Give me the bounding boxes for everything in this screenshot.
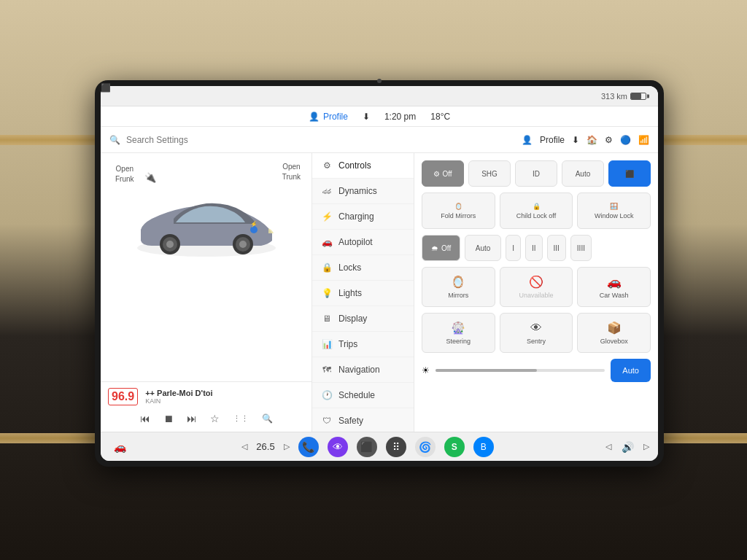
svg-point-3 [166,241,174,248]
fold-mirrors-icon: 🪞 [454,203,462,210]
music-station: 96.9 ++ Parle-Moi D'toi KAIN [108,388,304,405]
id-button[interactable]: ID [515,160,557,187]
controls-label: Controls [338,160,371,171]
wiper-row: 🌧 Off Auto I II III IIII [422,235,651,261]
status-bar: ⬛ 313 km [101,86,658,106]
mirrors-label: Mirrors [448,292,468,299]
open-frunk-label[interactable]: OpenFrunk [115,164,134,184]
temp-right-arrow[interactable]: ▷ [284,442,290,451]
camera-dot [377,79,382,83]
window-lock-button[interactable]: 🪟 Window Lock [577,192,651,229]
menu-item-navigation[interactable]: 🗺 Navigation [312,357,414,383]
sentry-button[interactable]: 👁 Sentry [500,313,573,353]
volume-icon[interactable]: 🔊 [617,437,638,457]
station-info: ++ Parle-Moi D'toi KAIN [145,389,304,405]
fold-mirrors-button[interactable]: 🪞 Fold Mirrors [422,192,495,229]
wiper-speed-4[interactable]: IIII [570,235,592,261]
stop-button[interactable]: ⏹ [162,411,175,426]
wiper-speed-1[interactable]: I [506,235,521,261]
home-icon: 🏠 [587,135,597,145]
frunk-icon: 🔌 [144,172,156,183]
off-label: Off [442,170,452,178]
display-label: Display [338,314,367,324]
profile-item[interactable]: 👤 Profile [309,112,348,122]
auto-brightness-label: Auto [622,366,639,375]
menu-item-display[interactable]: 🖥 Display [312,306,414,332]
brightness-auto-button[interactable]: Auto [611,359,651,382]
sentry-icon: 👁 [530,322,542,335]
music-controls: ⏮ ⏹ ⏭ ☆ ⋮⋮ 🔍 [108,411,304,426]
menu-item-safety[interactable]: 🛡 Safety [312,408,414,432]
wiper-off-button[interactable]: 🌧 Off [422,235,460,261]
menu-item-charging[interactable]: ⚡ Charging [312,204,414,230]
screen-bezel: ⬛ 313 km 👤 Profile ⬇ 1:20 pm [95,80,664,467]
open-trunk-label[interactable]: OpenTrunk [282,162,301,182]
shg-button[interactable]: SHG [468,160,511,187]
temp-value: 26.5 [256,441,274,452]
menu-item-controls[interactable]: ⚙ Controls [312,153,414,179]
search-input[interactable] [126,135,516,145]
temp-left-arrow[interactable]: ◁ [241,442,247,451]
square-icon[interactable]: ⬛ [357,437,377,457]
eye-browser-icon[interactable]: 👁 [328,437,348,457]
wiper-auto-label: Auto [476,244,491,252]
wiper-off-label: Off [441,244,451,252]
person-icon-right: 👤 [522,135,533,145]
brightness-row: ☀ Auto [422,359,651,382]
prev-button[interactable]: ⏮ [139,411,152,426]
off-icon: ⚙ [433,170,440,178]
child-lock-icon: 🔒 [533,203,541,210]
wiper-auto-button[interactable]: Auto [465,235,501,261]
search-music-button[interactable]: 🔍 [260,412,274,425]
car-wash-icon: 🚗 [607,275,622,289]
window-lock-icon: 🪟 [610,203,618,210]
child-lock-button[interactable]: 🔒 Child Lock off [500,192,573,229]
menu-item-lights[interactable]: 💡 Lights [312,281,414,306]
locks-label: Locks [338,262,361,273]
wiper-speed-3[interactable]: III [547,235,566,261]
menu-item-dynamics[interactable]: 🏎 Dynamics [312,179,414,204]
off-button[interactable]: ⚙ Off [422,160,464,187]
auto-button[interactable]: Auto [562,160,604,187]
fan-icon[interactable]: 🌀 [415,437,436,457]
taskbar: 🚗 ◁ 26.5 ▷ 📞 👁 ⬛ ⠿ 🌀 S B [101,432,658,461]
active-mode-button[interactable]: ⬛ [608,160,651,187]
autopilot-icon: 🚗 [321,237,333,247]
brightness-slider[interactable] [436,369,605,372]
spotify-icon[interactable]: S [444,437,465,457]
lights-label: Lights [338,288,362,298]
vol-right-arrow[interactable]: ▷ [643,442,649,451]
vol-left-arrow[interactable]: ◁ [605,442,611,451]
dots-icon[interactable]: ⠿ [386,437,406,457]
navigation-label: Navigation [338,365,380,375]
menu-button[interactable]: ⋮⋮ [231,413,250,425]
station-logo: 96.9 [108,388,138,405]
profile-right-icons: 👤 Profile ⬇ 🏠 ⚙ 🔵 📶 [522,135,649,145]
wiper-speed-2[interactable]: II [525,235,543,261]
car-home-icon[interactable]: 🚗 [109,437,130,457]
steering-button[interactable]: 🎡 Steering [422,313,495,353]
battery-fill [631,93,641,99]
menu-item-schedule[interactable]: 🕐 Schedule [312,383,414,408]
menu-item-locks[interactable]: 🔒 Locks [312,255,414,281]
camera-area-icon: ⬛ [101,86,111,93]
temp-value: 18°C [430,112,450,122]
unavailable-button[interactable]: 🚫 Unavailable [500,267,573,307]
phone-icon[interactable]: 📞 [298,437,319,457]
download-icon-right: ⬇ [572,135,579,145]
menu-item-autopilot[interactable]: 🚗 Autopilot [312,230,414,255]
menu-panel: ⚙ Controls 🏎 Dynamics ⚡ Charging 🚗 Autop… [312,153,414,432]
locks-icon: 🔒 [321,262,333,273]
menu-item-trips[interactable]: 📊 Trips [312,332,414,357]
bluetooth-taskbar-icon[interactable]: B [473,437,494,457]
next-button[interactable]: ⏭ [185,411,198,426]
taskbar-left: 🚗 [109,437,130,457]
mirrors-button[interactable]: 🪞 Mirrors [422,267,495,307]
glovebox-button[interactable]: 📦 Glovebox [577,313,651,353]
car-wash-button[interactable]: 🚗 Car Wash [577,267,651,307]
unavailable-label: Unavailable [519,292,553,299]
left-panel: OpenFrunk 🔌 OpenTrunk [101,153,312,432]
open-frunk-text: OpenFrunk [115,165,134,183]
favorite-button[interactable]: ☆ [209,411,221,426]
controls-panel: ⚙ Off SHG ID Auto ⬛ [414,153,658,432]
